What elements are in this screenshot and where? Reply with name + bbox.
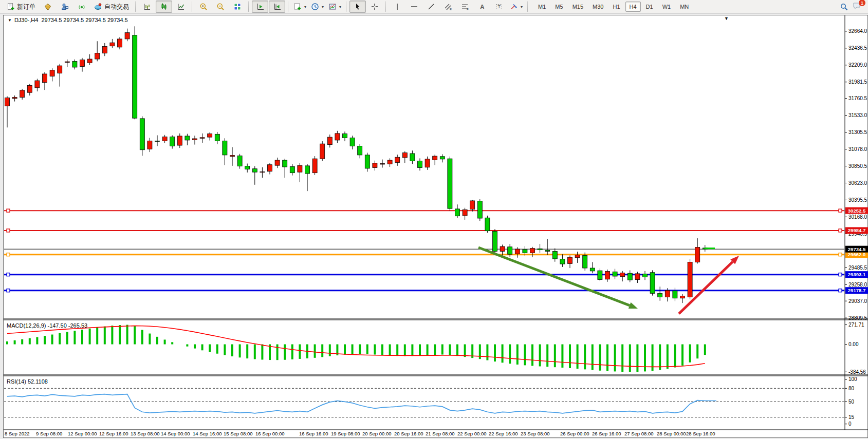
horizontal-line-tool-button[interactable] <box>406 1 422 13</box>
chart-menu-arrow-icon[interactable]: ▼ <box>8 18 12 23</box>
time-axis-label: 23 Sep 08:00 <box>521 431 550 436</box>
zoom-out-button[interactable] <box>212 1 229 13</box>
chart-shift-button[interactable] <box>269 1 285 13</box>
line-handle[interactable] <box>839 229 842 232</box>
time-axis-label: 12 Sep 00:00 <box>68 431 97 436</box>
timeframe-H1[interactable]: H1 <box>608 2 624 12</box>
line-chart-button[interactable] <box>173 1 189 13</box>
svg-text:A: A <box>480 4 485 11</box>
text-label-icon: T <box>495 3 503 11</box>
time-axis-label: 26 Sep 00:00 <box>560 431 589 436</box>
candle-body <box>290 166 294 173</box>
price-tick-label: 30168.0 <box>848 214 867 220</box>
signals-button[interactable] <box>73 1 90 13</box>
trendline-icon <box>427 3 435 11</box>
timeframe-D1[interactable]: D1 <box>642 2 657 12</box>
price-tick-label: 32664.0 <box>848 28 867 34</box>
time-axis-label: 28 Sep 00:00 <box>657 431 686 436</box>
notifications-button[interactable]: 1 <box>853 2 862 12</box>
new-chart-button[interactable]: ▾ <box>291 1 308 13</box>
timeframe-M15[interactable]: M15 <box>568 2 587 12</box>
price-tick-label: 29258.0 <box>848 282 867 288</box>
candle-body <box>27 85 32 92</box>
time-axis-label: 21 Sep 08:00 <box>426 431 455 436</box>
equidistant-channel-tool-button[interactable]: E <box>440 1 456 13</box>
timeframe-W1[interactable]: W1 <box>658 2 675 12</box>
time-axis-label: 16 Sep 16:00 <box>299 431 328 436</box>
candle-body <box>380 164 385 164</box>
main-toolbar: 新订单 自动交易 ▾ ▾ ▾ <box>0 0 868 14</box>
candle-body <box>223 141 227 155</box>
profiles-button[interactable] <box>40 1 56 13</box>
fibonacci-tool-button[interactable]: F <box>457 1 473 13</box>
line-handle[interactable] <box>839 209 842 212</box>
timeframe-H4[interactable]: H4 <box>625 2 641 12</box>
price-level-badge-label: 30252.5 <box>848 208 866 214</box>
text-tool-button[interactable]: A <box>474 1 490 13</box>
signals-icon <box>78 3 86 11</box>
candle-body <box>575 255 580 258</box>
templates-button[interactable]: ▾ <box>326 1 343 13</box>
text-label-tool-button[interactable]: T <box>491 1 507 13</box>
candle-body <box>20 90 25 98</box>
bar-chart-button[interactable] <box>139 1 155 13</box>
line-handle[interactable] <box>839 273 842 276</box>
chart-title-text: DJ30-,H4 29734.5 29734.5 29734.5 29734.5 <box>14 17 128 23</box>
candle-body <box>147 141 152 149</box>
auto-scroll-button[interactable] <box>252 1 268 13</box>
zoom-in-button[interactable] <box>195 1 212 13</box>
periods-button[interactable]: ▾ <box>309 1 326 13</box>
arrows-tool-button[interactable]: ▾ <box>508 1 525 13</box>
price-tick-label: 32436.5 <box>848 45 867 51</box>
candle-body <box>87 59 92 63</box>
candle-body <box>373 163 377 168</box>
current-price-badge-label: 29734.5 <box>848 246 866 252</box>
line-handle[interactable] <box>839 289 842 292</box>
candle-body <box>643 274 648 277</box>
candle-body <box>560 259 565 264</box>
candle-body <box>613 272 617 276</box>
chart-corner-arrow-icon[interactable]: ▼ <box>724 16 729 21</box>
cursor-tool-button[interactable] <box>349 1 366 13</box>
new-order-icon <box>7 3 15 11</box>
line-handle[interactable] <box>7 273 10 276</box>
toolbar-separator <box>288 2 289 12</box>
candle-body <box>125 33 130 39</box>
profiles-icon <box>44 3 52 11</box>
price-tick-label: 30395.5 <box>848 197 867 203</box>
auto-trading-button[interactable]: 自动交易 <box>90 1 133 13</box>
crosshair-tool-button[interactable] <box>366 1 383 13</box>
price-level-badge-label: 29984.7 <box>848 227 865 233</box>
time-axis-label: 27 Sep 08:00 <box>624 431 654 436</box>
accounts-button[interactable] <box>57 1 73 13</box>
price-level-badge-label: 29393.1 <box>848 272 866 277</box>
vertical-line-tool-button[interactable] <box>389 1 405 13</box>
rsi-tick-label: 50 <box>848 399 855 405</box>
candle-body <box>425 159 430 167</box>
chart-canvas[interactable]: 32664.032436.532209.031981.531760.531533… <box>4 15 868 438</box>
timeframe-M1[interactable]: M1 <box>534 2 550 12</box>
time-axis-label: 22 Sep 16:00 <box>489 431 518 436</box>
trend-up-arrow[interactable] <box>679 262 733 314</box>
line-handle[interactable] <box>7 253 10 256</box>
search-icon[interactable] <box>840 3 848 11</box>
trend-down-arrow-head[interactable] <box>629 302 638 309</box>
line-handle[interactable] <box>839 253 842 256</box>
timeframe-M30[interactable]: M30 <box>588 2 607 12</box>
candlestick-chart-button[interactable] <box>156 1 172 13</box>
rsi-line <box>7 394 716 413</box>
timeframe-M5[interactable]: M5 <box>551 2 567 12</box>
candle-body <box>463 209 467 216</box>
trendline-tool-button[interactable] <box>423 1 439 13</box>
timeframe-MN[interactable]: MN <box>676 2 693 12</box>
tile-windows-button[interactable] <box>229 1 246 13</box>
candle-body <box>358 146 362 155</box>
candle-body <box>418 161 422 167</box>
toolbar-separator <box>346 2 347 12</box>
new-order-button[interactable]: 新订单 <box>3 1 39 13</box>
line-handle[interactable] <box>7 229 10 232</box>
line-handle[interactable] <box>7 209 10 212</box>
macd-tick-label: 271.71 <box>848 322 864 328</box>
candle-body <box>118 39 122 47</box>
line-handle[interactable] <box>7 289 10 292</box>
